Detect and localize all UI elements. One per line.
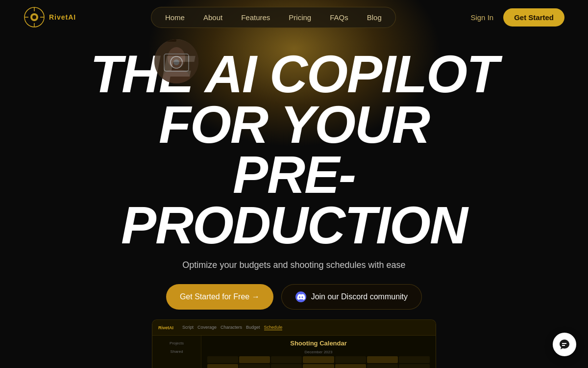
sign-in-button[interactable]: Sign In bbox=[470, 13, 493, 22]
preview-sidebar: Projects Shared bbox=[152, 336, 201, 368]
cell-8 bbox=[207, 364, 238, 368]
hero-subtitle: Optimize your budgets and shooting sched… bbox=[182, 260, 405, 270]
preview-tab-script[interactable]: Script bbox=[182, 325, 194, 330]
hero-title: THE AI COPILOT FOR YOUR PRE-PRODUCTION bbox=[74, 49, 514, 250]
cell-12 bbox=[335, 364, 366, 368]
nav-item-faqs[interactable]: FAQs bbox=[321, 10, 357, 25]
nav-item-features[interactable]: Features bbox=[232, 10, 279, 25]
preview-tab-coverage[interactable]: Coverage bbox=[197, 325, 217, 330]
chat-bubble-button[interactable] bbox=[553, 333, 576, 356]
preview-main: Shooting Calendar December 2023 bbox=[201, 336, 436, 368]
preview-month: December 2023 bbox=[207, 350, 430, 354]
cell-11 bbox=[303, 364, 334, 368]
rivetai-logo-icon bbox=[24, 6, 45, 28]
hero-cta: Get Started for Free → Join our Discord … bbox=[166, 284, 422, 310]
svg-rect-10 bbox=[159, 39, 176, 42]
preview-sidebar-projects[interactable]: Projects bbox=[156, 340, 197, 347]
preview-tab-schedule[interactable]: Schedule bbox=[264, 325, 283, 330]
cell-5 bbox=[335, 356, 366, 363]
nav-item-home[interactable]: Home bbox=[156, 10, 194, 25]
logo[interactable]: RivetAI bbox=[24, 6, 76, 28]
cell-3 bbox=[271, 356, 302, 363]
preview-tab-characters[interactable]: Characters bbox=[220, 325, 242, 330]
svg-point-13 bbox=[173, 59, 179, 65]
chat-bubble-icon bbox=[559, 339, 570, 350]
preview-calendar-grid bbox=[207, 356, 430, 368]
nav-item-pricing[interactable]: Pricing bbox=[280, 10, 320, 25]
cell-14 bbox=[399, 364, 430, 368]
discord-icon bbox=[295, 291, 306, 302]
discord-button[interactable]: Join our Discord community bbox=[281, 284, 422, 310]
preview-sidebar-shared[interactable]: Shared bbox=[156, 348, 197, 355]
get-started-nav-button[interactable]: Get Started bbox=[503, 8, 564, 26]
svg-point-2 bbox=[32, 15, 36, 19]
cell-6 bbox=[367, 356, 398, 363]
hero-title-line3: PRE-PRODUCTION bbox=[121, 145, 467, 255]
app-preview: RivetAI Script Coverage Characters Budge… bbox=[152, 319, 436, 368]
svg-point-8 bbox=[168, 47, 185, 69]
hero-section: THE AI COPILOT FOR YOUR PRE-PRODUCTION O… bbox=[0, 34, 588, 368]
preview-tab-budget[interactable]: Budget bbox=[246, 325, 260, 330]
navbar: RivetAI Home About Features Pricing FAQs… bbox=[0, 0, 588, 34]
cell-2 bbox=[239, 356, 270, 363]
cell-4 bbox=[303, 356, 334, 363]
preview-heading: Shooting Calendar bbox=[207, 340, 430, 347]
hero-avatar bbox=[154, 39, 198, 83]
cell-9 bbox=[239, 364, 270, 368]
nav-item-about[interactable]: About bbox=[195, 10, 231, 25]
preview-toolbar: RivetAI Script Coverage Characters Budge… bbox=[152, 320, 436, 336]
preview-tabs: Script Coverage Characters Budget Schedu… bbox=[182, 325, 282, 330]
preview-logo-text: RivetAI bbox=[158, 325, 173, 330]
nav-links: Home About Features Pricing FAQs Blog bbox=[151, 7, 396, 28]
cell-1 bbox=[207, 356, 238, 363]
cell-10 bbox=[271, 364, 302, 368]
get-started-free-button[interactable]: Get Started for Free → bbox=[166, 284, 273, 310]
nav-item-blog[interactable]: Blog bbox=[358, 10, 391, 25]
cell-7 bbox=[399, 356, 430, 363]
cell-13 bbox=[367, 364, 398, 368]
nav-right: Sign In Get Started bbox=[470, 8, 564, 26]
preview-content: Projects Shared Shooting Calendar Decemb… bbox=[152, 336, 436, 368]
avatar-image bbox=[154, 39, 198, 83]
logo-text: RivetAI bbox=[49, 13, 76, 21]
